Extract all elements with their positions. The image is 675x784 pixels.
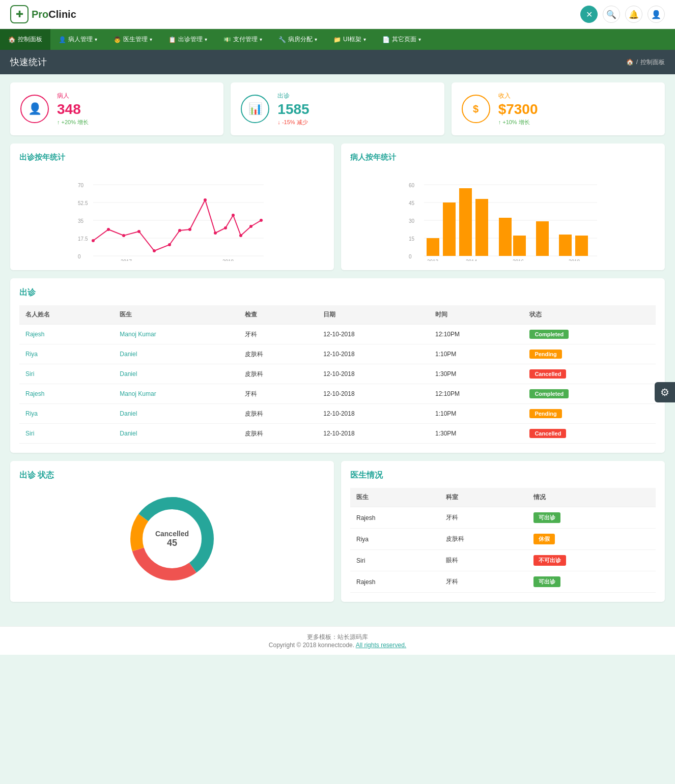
nav-arrow-rooms: ▾ [315, 37, 317, 42]
svg-rect-43 [536, 221, 549, 256]
line-chart: 0 17.5 35 52.5 70 [19, 169, 325, 261]
apt-check-0: 牙科 [239, 325, 317, 344]
apt-name-2[interactable]: Siri [19, 364, 114, 384]
doctor-table-row: Riya 皮肤科 休假 [350, 529, 656, 550]
stats-row: 👤 病人 348 ↑ +20% 增长 📊 出诊 1585 ↓ -15% 减少 $… [10, 82, 665, 135]
revenue-icon: $ [462, 95, 490, 123]
donut-center-label: Cancelled [155, 530, 189, 538]
svg-text:52.5: 52.5 [78, 200, 88, 206]
nav-item-payments[interactable]: 💵 支付管理 ▾ [215, 29, 270, 50]
doctor-section: 医生情况 医生 科室 情况 Rajesh 牙科 可出诊 Riya 皮肤科 休假 … [341, 461, 665, 602]
nav-item-other[interactable]: 📄 其它页面 ▾ [374, 29, 429, 50]
svg-text:15: 15 [409, 236, 415, 242]
settings-float-button[interactable]: ⚙ [655, 382, 675, 402]
doctor-table-row: Rajesh 牙科 可出诊 [350, 507, 656, 529]
nav-item-rooms[interactable]: 🔧 病房分配 ▾ [270, 29, 325, 50]
nav-item-dashboard[interactable]: 🏠 控制面板 [0, 29, 50, 50]
svg-point-11 [107, 228, 110, 231]
nav-icon-other: 📄 [382, 36, 390, 43]
nav-arrow-other: ▾ [418, 37, 421, 42]
col-status: 状态 [523, 305, 656, 325]
bar-chart: 0 15 30 45 60 [350, 169, 656, 261]
patients-change: ↑ +20% 增长 [57, 119, 89, 126]
apt-name-3[interactable]: Rajesh [19, 384, 114, 404]
doc-dept-1: 皮肤科 [440, 529, 527, 550]
svg-text:30: 30 [409, 218, 415, 224]
doc-name-1: Riya [350, 529, 440, 550]
doctor-table: 医生 科室 情况 Rajesh 牙科 可出诊 Riya 皮肤科 休假 Siri … [350, 488, 656, 593]
logo-icon: ✚ [10, 5, 29, 23]
svg-point-16 [178, 229, 181, 232]
apt-doctor-5: Daniel [114, 424, 238, 444]
svg-point-19 [214, 231, 217, 235]
apt-name-4[interactable]: Riya [19, 404, 114, 424]
nav-label-dashboard: 控制面板 [18, 35, 42, 44]
donut-title: 出诊 状态 [19, 470, 325, 481]
user-icon[interactable]: 👤 [648, 6, 665, 23]
settings-icon[interactable]: ✕ [580, 6, 598, 23]
nav-item-patients[interactable]: 👤 病人管理 ▾ [50, 29, 105, 50]
apt-name-5[interactable]: Siri [19, 424, 114, 444]
breadcrumb: 🏠 / 控制面板 [626, 58, 665, 67]
svg-point-18 [204, 198, 207, 201]
svg-point-10 [92, 239, 95, 242]
apt-date-2: 12-10-2018 [317, 364, 429, 384]
nav-icon-ui: 📁 [333, 36, 341, 43]
appointments-change: ↓ -15% 减少 [277, 119, 309, 126]
doctor-col-name: 医生 [350, 488, 440, 507]
svg-rect-37 [427, 238, 439, 256]
apt-status-3: Completed [523, 384, 656, 404]
breadcrumb-home-icon: 🏠 [626, 59, 634, 66]
donut-center-value: 45 [155, 538, 189, 548]
apt-status-0: Completed [523, 325, 656, 344]
stat-card-patients: 👤 病人 348 ↑ +20% 增长 [10, 82, 223, 135]
appointments-info: 出诊 1585 ↓ -15% 减少 [277, 92, 309, 126]
nav-item-ui[interactable]: 📁 UI框架 ▾ [325, 29, 374, 50]
apt-name-1[interactable]: Riya [19, 344, 114, 364]
svg-text:2012: 2012 [427, 259, 439, 261]
nav-item-doctors[interactable]: 👨 医生管理 ▾ [105, 29, 160, 50]
donut-section: 出诊 状态 Cancelled 45 [10, 461, 334, 602]
revenue-info: 收入 $7300 ↑ +10% 增长 [498, 92, 538, 126]
doc-dept-3: 牙科 [440, 571, 527, 593]
apt-time-3: 12:10PM [429, 384, 523, 404]
doctor-table-row: Siri 眼科 不可出诊 [350, 550, 656, 571]
svg-point-17 [188, 228, 191, 231]
apt-time-1: 1:10PM [429, 344, 523, 364]
svg-text:2018: 2018 [222, 259, 234, 261]
doctor-header-row: 医生 科室 情况 [350, 488, 656, 507]
svg-point-13 [137, 230, 140, 233]
nav-item-appointments[interactable]: 📋 出诊管理 ▾ [160, 29, 215, 50]
stat-card-revenue: $ 收入 $7300 ↑ +10% 增长 [452, 82, 665, 135]
apt-check-1: 皮肤科 [239, 344, 317, 364]
footer-link[interactable]: All rights reserved. [356, 642, 406, 649]
appointments-table: 名人姓名 医生 检查 日期 时间 状态 Rajesh Manoj Kumar 牙… [19, 305, 656, 444]
header: ✚ ProClinic ✕ 🔍 🔔 👤 [0, 0, 675, 29]
svg-text:2016: 2016 [513, 259, 524, 261]
revenue-label: 收入 [498, 92, 538, 100]
apt-time-4: 1:10PM [429, 404, 523, 424]
notification-icon[interactable]: 🔔 [625, 6, 642, 23]
svg-text:2017: 2017 [121, 259, 132, 261]
patients-icon: 👤 [20, 95, 49, 123]
nav-label-patients: 病人管理 [68, 35, 93, 44]
nav-icon-appointments: 📋 [168, 36, 176, 43]
doc-status-3: 可出诊 [527, 571, 656, 593]
search-icon[interactable]: 🔍 [603, 6, 620, 23]
svg-text:17.5: 17.5 [78, 236, 88, 242]
nav-icon-rooms: 🔧 [278, 36, 286, 43]
apt-status-2: Cancelled [523, 364, 656, 384]
apt-doctor-0: Manoj Kumar [114, 325, 238, 344]
bar-chart-title: 病人按年统计 [350, 153, 656, 162]
apt-name-0[interactable]: Rajesh [19, 325, 114, 344]
svg-rect-40 [475, 199, 488, 256]
svg-rect-45 [575, 236, 588, 256]
table-row: Siri Daniel 皮肤科 12-10-2018 1:30PM Cancel… [19, 364, 656, 384]
nav-arrow-doctors: ▾ [150, 37, 152, 42]
svg-text:60: 60 [409, 183, 415, 188]
svg-text:2018: 2018 [569, 259, 580, 261]
svg-point-22 [239, 234, 242, 237]
svg-rect-44 [559, 235, 572, 256]
charts-row: 出诊按年统计 0 17.5 35 52.5 70 [10, 143, 665, 270]
apt-doctor-4: Daniel [114, 404, 238, 424]
